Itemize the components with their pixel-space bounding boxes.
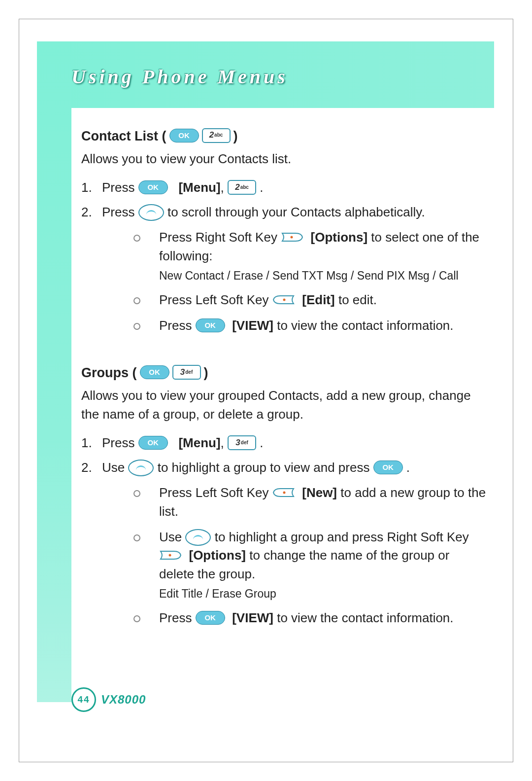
page-title: Using Phone Menus: [71, 65, 288, 88]
contact-sub-2: Press Left Soft Key [Edit] to edit.: [102, 291, 488, 310]
header-bar: Using Phone Menus: [37, 41, 494, 108]
svg-point-0: [291, 236, 293, 239]
groups-title-close: ): [204, 363, 208, 383]
contact-step-2: 2. Press to scroll through your Contacts…: [81, 203, 488, 342]
page-footer: 44 VX8000: [71, 687, 146, 712]
groups-step-1: 1. Press OK [Menu], 3def .: [81, 434, 488, 453]
svg-point-3: [169, 554, 171, 557]
page-content: Contact List ( OK 2abc ) Allows you to v…: [81, 116, 488, 640]
contact-step-1: 1. Press OK [Menu], 2abc .: [81, 178, 488, 197]
scroll-icon: [138, 204, 164, 221]
left-softkey-icon: [272, 294, 295, 305]
groups-step-2-sublist: Press Left Soft Key [New] to add a new g…: [102, 484, 488, 627]
ok-icon: OK: [138, 436, 168, 450]
groups-desc: Allows you to view your grouped Contacts…: [81, 387, 488, 424]
ok-icon: OK: [140, 365, 169, 379]
contact-sub-3: Press OK [VIEW] to view the contact info…: [102, 317, 488, 335]
section-title-contact-list: Contact List ( OK 2abc ): [81, 127, 488, 146]
key-3def-icon: 3def: [172, 365, 201, 380]
page-number-badge: 44: [71, 687, 96, 712]
groups-sub-3: Press OK [VIEW] to view the contact info…: [102, 609, 488, 628]
key-2abc-icon: 2abc: [228, 180, 256, 195]
ok-icon: OK: [169, 129, 199, 142]
bullet-icon: [133, 297, 140, 304]
groups-sub-2: Use to highlight a group and press Right…: [102, 528, 488, 602]
groups-title-text: Groups (: [81, 363, 137, 383]
key-3def-icon: 3def: [228, 435, 256, 450]
groups-step-2: 2. Use to highlight a group to view and …: [81, 459, 488, 635]
contact-step-2-sublist: Press Right Soft Key [Options] to select…: [102, 228, 488, 335]
ok-icon: OK: [196, 611, 225, 625]
left-softkey-icon: [272, 487, 295, 498]
ok-icon: OK: [373, 461, 403, 474]
svg-point-1: [283, 299, 285, 301]
section-title-groups: Groups ( OK 3def ): [81, 363, 488, 383]
contact-list-title-text: Contact List (: [81, 127, 166, 146]
groups-steps: 1. Press OK [Menu], 3def . 2. Use to hig…: [81, 434, 488, 635]
contact-list-title-close: ): [233, 127, 238, 146]
ok-icon: OK: [196, 319, 225, 332]
key-2abc-icon: 2abc: [202, 128, 231, 143]
model-label: VX8000: [101, 693, 146, 707]
bullet-icon: [133, 534, 140, 541]
contact-sub-1: Press Right Soft Key [Options] to select…: [102, 228, 488, 284]
bullet-icon: [133, 615, 140, 622]
scroll-icon: [185, 529, 211, 546]
right-softkey-icon: [159, 550, 182, 561]
scroll-icon: [128, 460, 154, 476]
sidebar-accent: [37, 41, 71, 702]
right-softkey-icon: [281, 232, 303, 243]
ok-icon: OK: [138, 180, 168, 194]
contact-list-desc: Allows you to view your Contacts list.: [81, 150, 488, 169]
groups-sub-1: Press Left Soft Key [New] to add a new g…: [102, 484, 488, 521]
bullet-icon: [133, 235, 140, 242]
svg-point-2: [283, 492, 285, 494]
contact-list-steps: 1. Press OK [Menu], 2abc . 2. Press to s…: [81, 178, 488, 342]
bullet-icon: [133, 490, 140, 497]
bullet-icon: [133, 323, 140, 330]
